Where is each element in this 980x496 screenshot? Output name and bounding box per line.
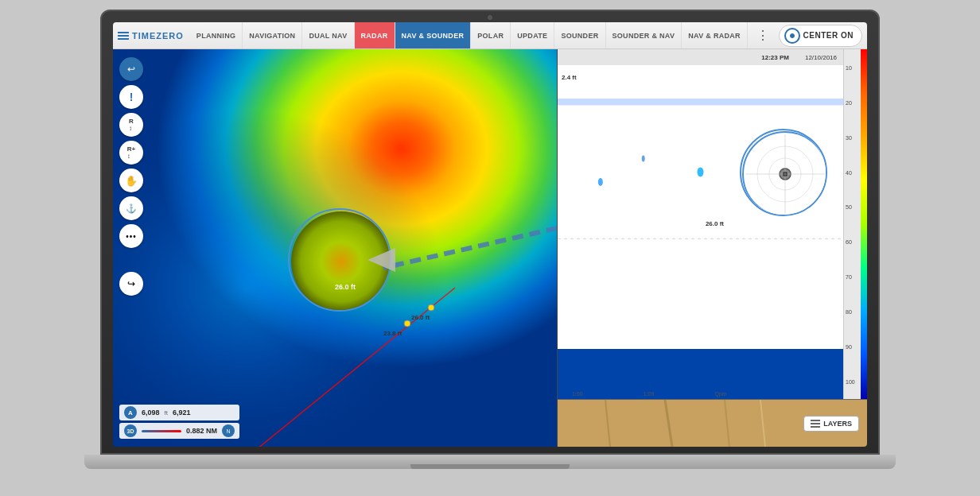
zoom-circle-content: 26.0 ft <box>290 210 391 312</box>
center-on-button[interactable]: CENTER ON <box>779 25 862 47</box>
layers-label: LAYERS <box>823 420 852 428</box>
sounder-bottom-strip: 32.3 ft 45.7 ft HF <box>558 399 867 447</box>
svg-text:26.0 ft: 26.0 ft <box>335 283 356 291</box>
depth-value-2: 6,921 <box>173 409 191 417</box>
tab-sounder-nav[interactable]: SOUNDER & NAV <box>606 22 682 48</box>
distance-icon: 3D <box>124 424 137 437</box>
laptop-bezel: TIMEZERO PLANNING NAVIGATION DUAL NAV RA… <box>100 10 880 455</box>
hand-button[interactable]: ✋ <box>119 169 143 192</box>
left-toolbar: ↩ ! R↕ R+↕ ✋ <box>119 57 143 296</box>
sounder-display[interactable]: 12:23 PM 12/10/2016 <box>558 49 867 399</box>
compass-icon: N <box>222 424 235 437</box>
more-options-icon[interactable]: ⋮ <box>753 28 772 43</box>
nav-logo[interactable]: TIMEZERO <box>118 31 184 41</box>
person-icon: ⚓ <box>126 203 137 214</box>
svg-point-8 <box>291 211 391 312</box>
svg-point-4 <box>428 304 434 311</box>
bottom-stats: A 6,098 ft 6,921 3D <box>119 405 239 439</box>
depth-icon-label: A <box>128 409 133 417</box>
forward-button[interactable]: ↪ <box>119 272 143 296</box>
svg-text:26.0 ft: 26.0 ft <box>411 314 430 321</box>
tab-polar[interactable]: POLAR <box>471 22 511 48</box>
svg-point-19 <box>598 178 603 186</box>
svg-rect-18 <box>558 349 843 399</box>
tab-radar[interactable]: RADAR <box>355 22 395 48</box>
svg-text:1:09: 1:09 <box>644 391 655 397</box>
back-button[interactable]: ↩ <box>119 57 143 81</box>
center-on-label: CENTER ON <box>803 31 854 40</box>
laptop-screen: TIMEZERO PLANNING NAVIGATION DUAL NAV RA… <box>113 22 867 447</box>
center-on-dot <box>790 33 795 38</box>
svg-text:1:00: 1:00 <box>572 391 583 397</box>
laptop-base <box>84 455 896 469</box>
sounder-zoom-circle <box>740 129 827 216</box>
chart-zoom-circle: 26.0 ft <box>288 208 391 312</box>
depth-stat-row: A 6,098 ft 6,921 <box>119 405 239 420</box>
depth-bar <box>142 430 181 432</box>
distance-value: 0.882 NM <box>186 427 217 435</box>
sounder-time: 12:23 PM <box>761 54 789 61</box>
app-container: TIMEZERO PLANNING NAVIGATION DUAL NAV RA… <box>113 22 867 447</box>
hand-icon: ✋ <box>125 175 138 187</box>
laptop-shell: TIMEZERO PLANNING NAVIGATION DUAL NAV RA… <box>52 10 928 486</box>
alert-button[interactable]: ! <box>119 85 143 109</box>
svg-text:Qpm: Qpm <box>714 391 726 397</box>
svg-rect-17 <box>558 99 843 105</box>
depth-value-1: 6,098 <box>142 409 160 417</box>
sounder-visualization: 2.4 ft 26.0 ft 1:00 1:09 Qpm <box>558 65 843 399</box>
depth-icon: A <box>124 406 137 419</box>
tab-update[interactable]: UPDATE <box>511 22 554 48</box>
tab-navigation[interactable]: NAVIGATION <box>243 22 302 48</box>
sounder-zoom-content <box>741 130 827 216</box>
route1-icon: R↕ <box>129 118 134 132</box>
layers-button[interactable]: LAYERS <box>803 416 859 432</box>
logo-text: TIMEZERO <box>132 31 184 41</box>
tab-planning[interactable]: PLANNING <box>190 22 243 48</box>
route2-icon: R+↕ <box>127 145 135 160</box>
sounder-area[interactable]: 12:23 PM 12/10/2016 <box>557 49 867 447</box>
alert-icon: ! <box>130 91 134 103</box>
center-on-circle-icon <box>784 28 800 44</box>
sounder-date: 12/10/2016 <box>805 54 837 61</box>
nav-tabs: PLANNING NAVIGATION DUAL NAV RADAR NAV &… <box>190 22 748 48</box>
main-content: 23.8 ft 26.0 ft ↩ ! R↕ <box>113 49 867 447</box>
seafloor-strip <box>558 400 796 447</box>
svg-text:23.8 ft: 23.8 ft <box>383 330 402 337</box>
compass-symbol: N <box>227 428 231 434</box>
tab-dual-nav[interactable]: DUAL NAV <box>302 22 354 48</box>
more-button[interactable]: ••• <box>119 224 143 248</box>
distance-icon-label: 3D <box>127 428 134 434</box>
sounder-header: 12:23 PM 12/10/2016 <box>558 49 843 65</box>
svg-text:2.4 ft: 2.4 ft <box>562 74 577 81</box>
svg-rect-42 <box>811 420 820 421</box>
depth-unit-1: ft <box>165 409 168 417</box>
hamburger-icon[interactable] <box>118 32 129 40</box>
svg-point-20 <box>642 156 645 162</box>
svg-text:26.0 ft: 26.0 ft <box>706 220 724 227</box>
svg-rect-43 <box>811 423 820 424</box>
nav-right: ⋮ CENTER ON <box>753 25 862 47</box>
distance-stat-row: 3D 0.882 NM N <box>119 423 239 439</box>
nav-bar: TIMEZERO PLANNING NAVIGATION DUAL NAV RA… <box>113 22 867 49</box>
back-icon: ↩ <box>127 64 135 75</box>
route1-button[interactable]: R↕ <box>119 113 143 137</box>
more-dots-icon: ••• <box>126 232 137 241</box>
chart-area[interactable]: 23.8 ft 26.0 ft ↩ ! R↕ <box>113 49 557 447</box>
layers-icon <box>811 420 820 428</box>
route2-button[interactable]: R+↕ <box>119 141 143 165</box>
color-scale-bar <box>861 49 867 399</box>
svg-point-3 <box>404 320 410 327</box>
person-button[interactable]: ⚓ <box>119 196 143 220</box>
svg-point-21 <box>698 167 704 176</box>
forward-icon: ↪ <box>127 278 135 289</box>
tab-nav-sounder[interactable]: NAV & SOUNDER <box>395 22 472 48</box>
tab-nav-radar[interactable]: NAV & RADAR <box>682 22 748 48</box>
tab-sounder[interactable]: SOUNDER <box>554 22 605 48</box>
svg-rect-44 <box>811 426 820 428</box>
laptop-camera <box>488 15 492 20</box>
